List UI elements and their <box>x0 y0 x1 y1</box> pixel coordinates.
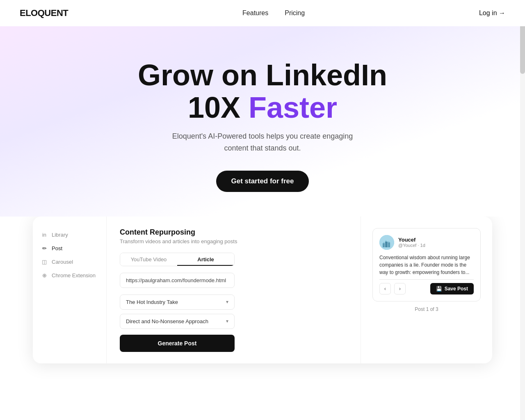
preview-post-header: Youcef @Youcef · 1d <box>379 235 474 250</box>
avatar-image <box>379 235 394 250</box>
site-logo: ELOQUENT <box>20 8 68 18</box>
avatar <box>379 235 394 250</box>
preview-handle: @Youcef · 1d <box>398 243 425 248</box>
sidebar-item-carousel[interactable]: ◫ Carousel <box>33 255 106 269</box>
hero-subtitle: Eloquent's AI-Powered tools helps you cr… <box>0 130 525 154</box>
style-select[interactable]: Direct and No-Nonsense Approach ▾ <box>120 314 235 329</box>
sidebar-label-library: Library <box>52 232 68 238</box>
svg-rect-5 <box>386 240 386 242</box>
chrome-icon: ⊕ <box>41 272 48 278</box>
svg-rect-3 <box>388 242 390 247</box>
demo-preview: Youcef @Youcef · 1d Conventional wisdom … <box>361 217 492 363</box>
preview-name: Youcef <box>398 237 425 243</box>
tab-article[interactable]: Article <box>177 253 234 266</box>
demo-section: in Library ✏ Post ◫ Carousel ⊕ Chrome Ex… <box>0 217 525 396</box>
hero-faster: Faster <box>249 91 337 124</box>
navbar: ELOQUENT Features Pricing Log in → <box>0 0 525 26</box>
next-post-button[interactable]: › <box>394 283 406 294</box>
tone-value: The Hot Industry Take <box>126 299 178 305</box>
sidebar-item-chrome[interactable]: ⊕ Chrome Extension <box>33 269 106 282</box>
post-counter: Post 1 of 3 <box>372 306 481 312</box>
hero-title: Grow on LinkedIn 10X Faster <box>0 59 525 124</box>
demo-card: in Library ✏ Post ◫ Carousel ⊕ Chrome Ex… <box>33 217 492 363</box>
nav-features[interactable]: Features <box>242 9 268 17</box>
demo-main: Content Repurposing Transform videos and… <box>107 217 361 363</box>
hero-section: Grow on LinkedIn 10X Faster Eloquent's A… <box>0 26 525 217</box>
demo-main-subtitle: Transform videos and articles into engag… <box>120 238 347 244</box>
tone-select[interactable]: The Hot Industry Take ▾ <box>120 294 235 310</box>
nav-pricing[interactable]: Pricing <box>285 9 305 17</box>
hero-cta-button[interactable]: Get started for free <box>216 171 308 192</box>
sidebar-item-library[interactable]: in Library <box>33 228 106 242</box>
sidebar-item-post[interactable]: ✏ Post <box>33 242 106 255</box>
svg-rect-2 <box>385 242 388 247</box>
style-chevron-icon: ▾ <box>226 318 228 324</box>
svg-rect-4 <box>383 242 384 243</box>
linkedin-icon: in <box>41 232 48 238</box>
preview-post-card: Youcef @Youcef · 1d Conventional wisdom … <box>372 228 481 301</box>
preview-navigation: ‹ › <box>379 283 406 294</box>
nav-right: Log in → <box>479 9 505 17</box>
tone-chevron-icon: ▾ <box>226 299 228 305</box>
sidebar-label-chrome: Chrome Extension <box>52 272 96 278</box>
hero-10x: 10X <box>188 91 240 124</box>
content-tab-row: YouTube Video Article <box>120 253 235 266</box>
login-link[interactable]: Log in → <box>479 9 505 17</box>
save-post-label: Save Post <box>445 286 468 292</box>
preview-user-info: Youcef @Youcef · 1d <box>398 237 425 248</box>
url-input-wrap <box>120 273 347 288</box>
generate-post-button[interactable]: Generate Post <box>120 335 235 352</box>
save-icon: 💾 <box>436 286 442 292</box>
nav-links: Features Pricing <box>242 9 305 17</box>
style-value: Direct and No-Nonsense Approach <box>126 318 208 324</box>
demo-sidebar: in Library ✏ Post ◫ Carousel ⊕ Chrome Ex… <box>33 217 107 363</box>
scrollbar-track[interactable] <box>520 0 525 420</box>
carousel-icon: ◫ <box>41 259 48 265</box>
sidebar-label-carousel: Carousel <box>52 259 73 265</box>
hero-title-line1: Grow on LinkedIn <box>138 59 387 91</box>
svg-rect-1 <box>383 243 385 247</box>
tab-youtube[interactable]: YouTube Video <box>120 253 177 266</box>
save-post-button[interactable]: 💾 Save Post <box>430 283 474 294</box>
preview-post-text: Conventional wisdom about running large … <box>379 254 474 276</box>
preview-divider <box>379 279 474 280</box>
preview-actions: ‹ › 💾 Save Post <box>379 283 474 294</box>
svg-rect-6 <box>388 241 389 242</box>
url-input[interactable] <box>120 273 235 288</box>
edit-icon: ✏ <box>41 245 48 251</box>
hero-title-line2: 10X Faster <box>0 91 525 124</box>
sidebar-label-post: Post <box>52 245 62 251</box>
prev-post-button[interactable]: ‹ <box>379 283 391 294</box>
demo-main-title: Content Repurposing <box>120 228 347 237</box>
